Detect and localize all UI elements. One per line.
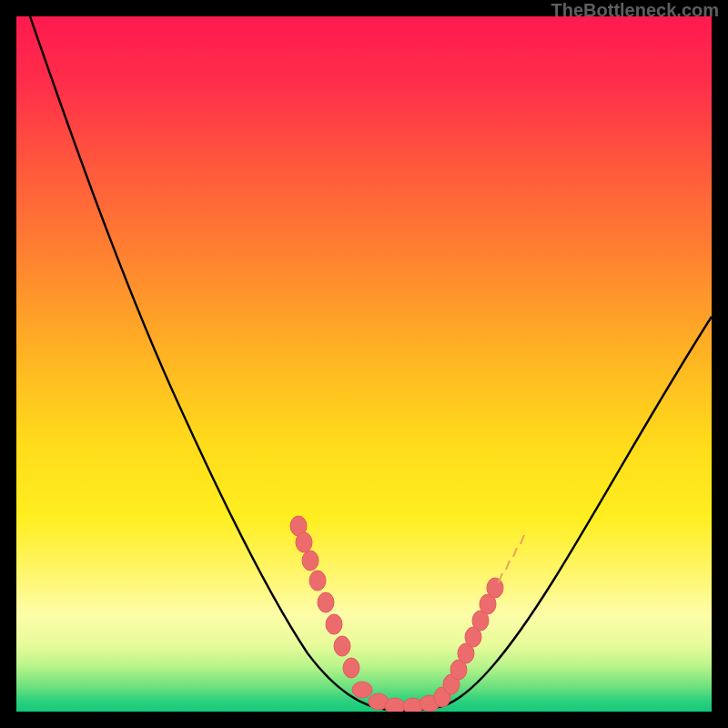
svg-point-10 xyxy=(385,698,405,712)
svg-point-7 xyxy=(343,658,359,678)
svg-point-20 xyxy=(487,578,503,598)
svg-point-8 xyxy=(352,682,372,698)
chart-plot-area xyxy=(16,16,712,712)
svg-point-3 xyxy=(309,571,326,591)
svg-point-4 xyxy=(318,592,334,612)
svg-point-5 xyxy=(326,614,342,634)
svg-point-6 xyxy=(334,636,350,656)
chart-frame: TheBottleneck.com xyxy=(0,0,728,728)
watermark-text: TheBottleneck.com xyxy=(551,0,719,21)
gradient-background xyxy=(16,16,712,712)
chart-svg xyxy=(16,16,712,712)
svg-point-1 xyxy=(296,532,312,552)
svg-point-2 xyxy=(302,551,318,571)
